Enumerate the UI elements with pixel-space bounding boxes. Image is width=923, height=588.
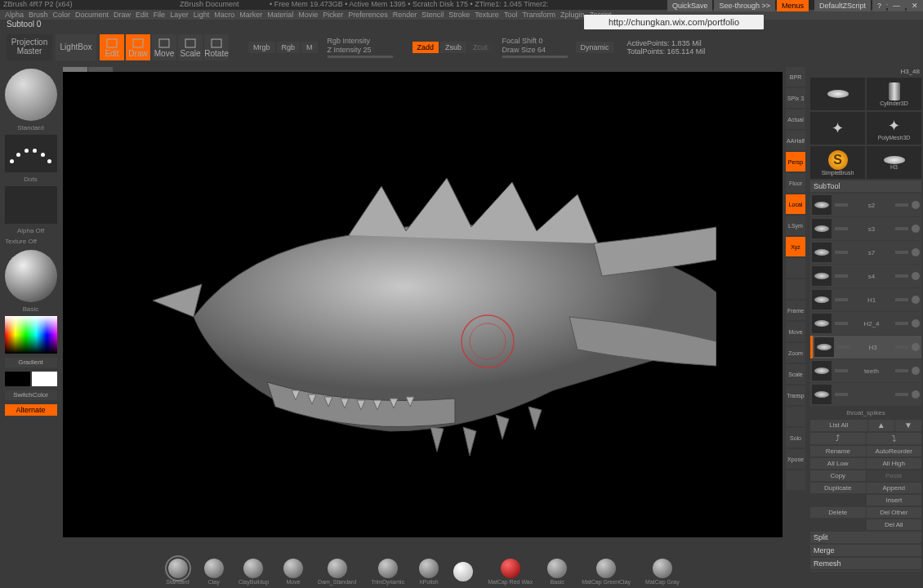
help-icon[interactable]: ? <box>872 0 886 11</box>
menu-zplugin[interactable]: Zplugin <box>560 11 585 19</box>
visibility-icon[interactable] <box>912 201 920 209</box>
subtool-H2_4[interactable]: H2_4 <box>810 312 921 335</box>
subtool-teeth[interactable]: teeth <box>810 359 921 382</box>
color-picker[interactable] <box>5 316 57 354</box>
merge-section[interactable]: Merge <box>810 545 921 556</box>
zsub-mode[interactable]: Zsub <box>440 42 466 53</box>
all-high-button[interactable]: All High <box>867 458 922 469</box>
nav-up-icon[interactable]: ⤴ <box>810 433 866 444</box>
swatch-black[interactable] <box>5 372 30 386</box>
visibility-icon[interactable] <box>912 367 920 375</box>
rgb-mode[interactable]: Rgb <box>277 42 301 53</box>
del-all-button[interactable]: Del All <box>867 519 922 530</box>
split-section[interactable]: Split <box>810 532 921 543</box>
menu-preferences[interactable]: Preferences <box>348 11 388 19</box>
subtool-s7[interactable]: s7 <box>810 241 921 264</box>
subtool-H3[interactable]: H3 <box>810 336 921 359</box>
rightbar-frame[interactable]: Frame <box>786 301 805 320</box>
menu-texture[interactable]: Texture <box>475 11 499 19</box>
material-move[interactable]: Move <box>283 559 303 585</box>
menu-stroke[interactable]: Stroke <box>448 11 470 19</box>
rightbar-btn19[interactable] <box>786 470 805 490</box>
material-hpolish[interactable]: hPolish <box>419 559 439 585</box>
switchcolor-button[interactable]: SwitchColor <box>5 390 57 400</box>
alpha-preview[interactable] <box>5 186 57 224</box>
mrgb-mode[interactable]: Mrgb <box>248 42 275 53</box>
alternate-button[interactable]: Alternate <box>5 404 57 416</box>
menus-button[interactable]: Menus <box>777 0 809 11</box>
project-section[interactable]: Project <box>810 571 921 572</box>
autoreorder-button[interactable]: AutoReorder <box>867 446 922 457</box>
visibility-icon[interactable] <box>912 296 920 304</box>
scale-button[interactable]: Scale <box>178 34 203 60</box>
material-clay[interactable]: Clay <box>204 559 224 585</box>
menu-document[interactable]: Document <box>75 11 109 19</box>
rename-button[interactable]: Rename <box>810 446 866 457</box>
insert-button[interactable]: Insert <box>867 495 922 506</box>
menu-draw[interactable]: Draw <box>114 11 131 19</box>
lightbox-button[interactable]: LightBox <box>56 34 96 60</box>
min-icon[interactable]: — <box>888 0 905 11</box>
tool-simplebrush[interactable]: SSimpleBrush <box>810 146 865 179</box>
material-dam_standard[interactable]: Dam_Standard <box>318 559 356 585</box>
gradient-button[interactable]: Gradient <box>5 358 57 368</box>
rightbar-bpr[interactable]: BPR <box>786 67 805 87</box>
move-up-icon[interactable]: ▲ <box>868 420 894 431</box>
rightbar-scale[interactable]: Scale <box>786 364 805 384</box>
quicksave-button[interactable]: QuickSave <box>667 0 713 11</box>
tool-polymesh3d[interactable]: ✦PolyMesh3D <box>867 112 921 145</box>
edit-button[interactable]: Edit <box>100 34 124 60</box>
menu-brush[interactable]: Brush <box>29 11 48 19</box>
rightbar-btn16[interactable] <box>786 407 805 426</box>
rightbar-xpose[interactable]: Xpose <box>786 449 805 469</box>
material-matcap-red-wax[interactable]: MatCap Red Wax <box>488 559 533 585</box>
move-button[interactable]: Move <box>152 34 176 60</box>
material-matcap-gray[interactable]: MatCap Gray <box>645 559 680 585</box>
visibility-icon[interactable] <box>912 272 920 280</box>
rightbar-persp[interactable]: Persp <box>786 152 805 172</box>
viewport-3d[interactable] <box>63 72 783 537</box>
z-intensity-label[interactable]: Z Intensity 25 <box>328 46 393 54</box>
menu-stencil[interactable]: Stencil <box>421 11 444 19</box>
nav-down-icon[interactable]: ⤵ <box>867 433 922 444</box>
menu-marker[interactable]: Marker <box>239 11 262 19</box>
tool-cylinder3d[interactable]: Cylinder3D <box>867 78 921 110</box>
close2-icon[interactable]: ✕ <box>907 0 923 11</box>
material-claybuildup[interactable]: ClayBuildup <box>239 559 269 585</box>
material-basic[interactable]: Basic <box>547 559 567 585</box>
material-trimdynamic[interactable]: TrimDynamic <box>371 559 404 585</box>
zadd-mode[interactable]: Zadd <box>412 42 439 53</box>
delete-button[interactable]: Delete <box>810 507 866 518</box>
stroke-preview[interactable] <box>5 135 57 172</box>
rightbar-floor[interactable]: Floor <box>786 173 805 193</box>
draw-button[interactable]: Draw <box>126 34 150 60</box>
remesh-section[interactable]: Remesh <box>810 558 921 569</box>
all-low-button[interactable]: All Low <box>810 458 866 469</box>
material-matcap-greenclay[interactable]: MatCap GreenClay <box>582 559 631 585</box>
append-button[interactable]: Append <box>867 483 922 493</box>
copy-button[interactable]: Copy <box>810 470 866 481</box>
move-down-icon[interactable]: ▼ <box>895 420 921 431</box>
rightbar-solo[interactable]: Solo <box>786 428 805 448</box>
tool-h3[interactable]: H3 <box>867 146 921 179</box>
material-preview[interactable] <box>5 250 57 302</box>
menu-macro[interactable]: Macro <box>214 11 234 19</box>
material-blank[interactable] <box>453 562 473 582</box>
swatch-white[interactable] <box>32 372 57 386</box>
visibility-icon[interactable] <box>912 225 920 233</box>
dynamic-toggle[interactable]: Dynamic <box>576 42 614 53</box>
subtool-header[interactable]: SubTool <box>810 180 921 192</box>
rightbar-zoom[interactable]: Zoom <box>786 343 805 363</box>
menu-material[interactable]: Material <box>267 11 293 19</box>
menu-color[interactable]: Color <box>53 11 71 19</box>
del-other-button[interactable]: Del Other <box>867 507 922 518</box>
menu-light[interactable]: Light <box>194 11 210 19</box>
rightbar-aahalf[interactable]: AAHalf <box>786 131 805 150</box>
visibility-icon[interactable] <box>912 390 920 399</box>
rightbar-lsym[interactable]: LSym <box>786 216 805 235</box>
rightbar-move[interactable]: Move <box>786 322 805 341</box>
material-standard[interactable]: Standard <box>166 559 189 585</box>
rightbar-btn10[interactable] <box>786 279 805 299</box>
rightbar-transp[interactable]: Transp <box>786 385 805 405</box>
duplicate-button[interactable]: Duplicate <box>810 483 866 493</box>
